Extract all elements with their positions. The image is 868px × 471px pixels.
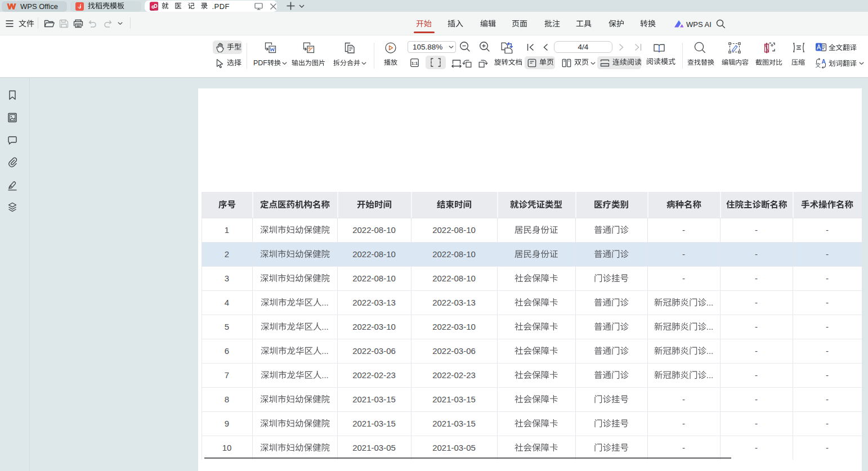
svg-text:A: A [822, 59, 826, 65]
svg-text:1:1: 1:1 [411, 61, 418, 66]
